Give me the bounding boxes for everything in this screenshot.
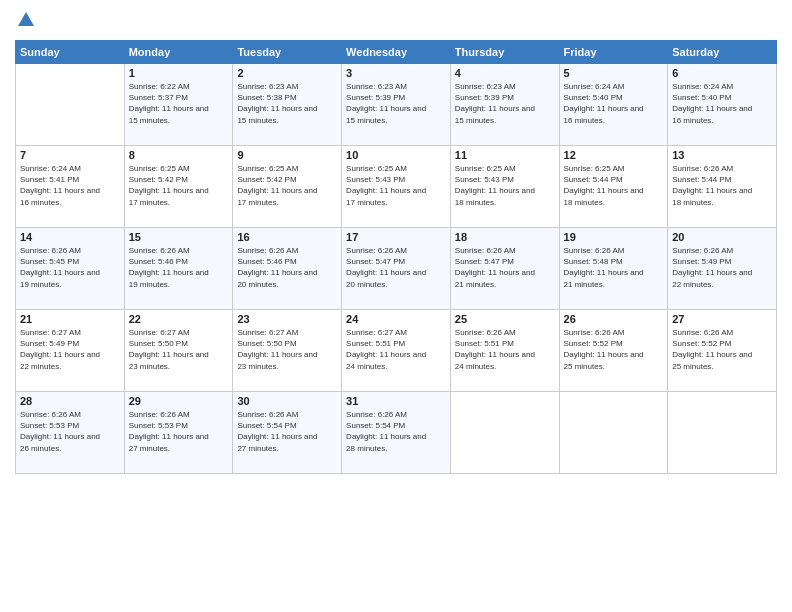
day-number: 7 [20,149,120,161]
calendar-cell: 31 Sunrise: 6:26 AMSunset: 5:54 PMDaylig… [342,392,451,474]
svg-marker-0 [18,12,34,26]
day-number: 5 [564,67,664,79]
calendar-cell: 8 Sunrise: 6:25 AMSunset: 5:42 PMDayligh… [124,146,233,228]
day-number: 10 [346,149,446,161]
day-number: 2 [237,67,337,79]
calendar-header-cell: Thursday [450,41,559,64]
day-number: 29 [129,395,229,407]
day-info: Sunrise: 6:26 AMSunset: 5:53 PMDaylight:… [129,409,229,454]
calendar-cell [559,392,668,474]
day-info: Sunrise: 6:26 AMSunset: 5:53 PMDaylight:… [20,409,120,454]
calendar-week-row: 7 Sunrise: 6:24 AMSunset: 5:41 PMDayligh… [16,146,777,228]
calendar-header-cell: Saturday [668,41,777,64]
day-info: Sunrise: 6:24 AMSunset: 5:41 PMDaylight:… [20,163,120,208]
calendar-week-row: 21 Sunrise: 6:27 AMSunset: 5:49 PMDaylig… [16,310,777,392]
calendar-cell: 14 Sunrise: 6:26 AMSunset: 5:45 PMDaylig… [16,228,125,310]
day-info: Sunrise: 6:23 AMSunset: 5:39 PMDaylight:… [455,81,555,126]
calendar-cell: 19 Sunrise: 6:26 AMSunset: 5:48 PMDaylig… [559,228,668,310]
day-number: 11 [455,149,555,161]
day-info: Sunrise: 6:24 AMSunset: 5:40 PMDaylight:… [672,81,772,126]
day-number: 26 [564,313,664,325]
calendar-cell: 12 Sunrise: 6:25 AMSunset: 5:44 PMDaylig… [559,146,668,228]
day-number: 9 [237,149,337,161]
calendar-cell: 7 Sunrise: 6:24 AMSunset: 5:41 PMDayligh… [16,146,125,228]
day-info: Sunrise: 6:26 AMSunset: 5:51 PMDaylight:… [455,327,555,372]
day-number: 17 [346,231,446,243]
calendar-cell: 23 Sunrise: 6:27 AMSunset: 5:50 PMDaylig… [233,310,342,392]
day-number: 25 [455,313,555,325]
day-number: 1 [129,67,229,79]
day-number: 27 [672,313,772,325]
calendar-cell: 4 Sunrise: 6:23 AMSunset: 5:39 PMDayligh… [450,64,559,146]
day-number: 21 [20,313,120,325]
calendar-header-cell: Wednesday [342,41,451,64]
calendar-cell: 17 Sunrise: 6:26 AMSunset: 5:47 PMDaylig… [342,228,451,310]
calendar-header-cell: Tuesday [233,41,342,64]
day-info: Sunrise: 6:26 AMSunset: 5:54 PMDaylight:… [346,409,446,454]
day-info: Sunrise: 6:26 AMSunset: 5:46 PMDaylight:… [237,245,337,290]
day-info: Sunrise: 6:27 AMSunset: 5:50 PMDaylight:… [237,327,337,372]
day-info: Sunrise: 6:24 AMSunset: 5:40 PMDaylight:… [564,81,664,126]
day-info: Sunrise: 6:22 AMSunset: 5:37 PMDaylight:… [129,81,229,126]
calendar-week-row: 28 Sunrise: 6:26 AMSunset: 5:53 PMDaylig… [16,392,777,474]
calendar-cell: 25 Sunrise: 6:26 AMSunset: 5:51 PMDaylig… [450,310,559,392]
calendar-header-cell: Friday [559,41,668,64]
calendar-cell: 21 Sunrise: 6:27 AMSunset: 5:49 PMDaylig… [16,310,125,392]
calendar-cell: 27 Sunrise: 6:26 AMSunset: 5:52 PMDaylig… [668,310,777,392]
day-info: Sunrise: 6:26 AMSunset: 5:49 PMDaylight:… [672,245,772,290]
day-number: 16 [237,231,337,243]
day-info: Sunrise: 6:25 AMSunset: 5:42 PMDaylight:… [237,163,337,208]
calendar-header-row: SundayMondayTuesdayWednesdayThursdayFrid… [16,41,777,64]
calendar-body: 1 Sunrise: 6:22 AMSunset: 5:37 PMDayligh… [16,64,777,474]
calendar-cell: 1 Sunrise: 6:22 AMSunset: 5:37 PMDayligh… [124,64,233,146]
calendar-cell: 20 Sunrise: 6:26 AMSunset: 5:49 PMDaylig… [668,228,777,310]
calendar-cell [450,392,559,474]
day-info: Sunrise: 6:26 AMSunset: 5:54 PMDaylight:… [237,409,337,454]
day-number: 30 [237,395,337,407]
day-info: Sunrise: 6:23 AMSunset: 5:38 PMDaylight:… [237,81,337,126]
day-info: Sunrise: 6:25 AMSunset: 5:42 PMDaylight:… [129,163,229,208]
page: SundayMondayTuesdayWednesdayThursdayFrid… [0,0,792,612]
calendar-header-cell: Sunday [16,41,125,64]
calendar-week-row: 1 Sunrise: 6:22 AMSunset: 5:37 PMDayligh… [16,64,777,146]
header [15,10,777,32]
day-number: 3 [346,67,446,79]
calendar-cell: 15 Sunrise: 6:26 AMSunset: 5:46 PMDaylig… [124,228,233,310]
day-info: Sunrise: 6:27 AMSunset: 5:49 PMDaylight:… [20,327,120,372]
day-number: 19 [564,231,664,243]
calendar-cell: 26 Sunrise: 6:26 AMSunset: 5:52 PMDaylig… [559,310,668,392]
day-number: 15 [129,231,229,243]
day-number: 18 [455,231,555,243]
calendar-cell: 3 Sunrise: 6:23 AMSunset: 5:39 PMDayligh… [342,64,451,146]
day-number: 28 [20,395,120,407]
day-number: 13 [672,149,772,161]
day-info: Sunrise: 6:26 AMSunset: 5:52 PMDaylight:… [564,327,664,372]
calendar-cell: 10 Sunrise: 6:25 AMSunset: 5:43 PMDaylig… [342,146,451,228]
day-info: Sunrise: 6:26 AMSunset: 5:44 PMDaylight:… [672,163,772,208]
day-info: Sunrise: 6:26 AMSunset: 5:45 PMDaylight:… [20,245,120,290]
day-number: 24 [346,313,446,325]
calendar-cell: 18 Sunrise: 6:26 AMSunset: 5:47 PMDaylig… [450,228,559,310]
calendar-cell: 29 Sunrise: 6:26 AMSunset: 5:53 PMDaylig… [124,392,233,474]
calendar-table: SundayMondayTuesdayWednesdayThursdayFrid… [15,40,777,474]
day-number: 23 [237,313,337,325]
day-info: Sunrise: 6:25 AMSunset: 5:43 PMDaylight:… [346,163,446,208]
day-number: 6 [672,67,772,79]
calendar-cell: 16 Sunrise: 6:26 AMSunset: 5:46 PMDaylig… [233,228,342,310]
calendar-week-row: 14 Sunrise: 6:26 AMSunset: 5:45 PMDaylig… [16,228,777,310]
day-info: Sunrise: 6:27 AMSunset: 5:51 PMDaylight:… [346,327,446,372]
day-info: Sunrise: 6:26 AMSunset: 5:47 PMDaylight:… [455,245,555,290]
logo [15,10,35,32]
calendar-cell: 6 Sunrise: 6:24 AMSunset: 5:40 PMDayligh… [668,64,777,146]
calendar-cell [668,392,777,474]
day-number: 8 [129,149,229,161]
day-number: 14 [20,231,120,243]
day-number: 31 [346,395,446,407]
logo-icon [17,10,35,28]
day-number: 4 [455,67,555,79]
day-info: Sunrise: 6:25 AMSunset: 5:44 PMDaylight:… [564,163,664,208]
day-number: 22 [129,313,229,325]
day-info: Sunrise: 6:26 AMSunset: 5:52 PMDaylight:… [672,327,772,372]
calendar-cell: 30 Sunrise: 6:26 AMSunset: 5:54 PMDaylig… [233,392,342,474]
calendar-cell [16,64,125,146]
